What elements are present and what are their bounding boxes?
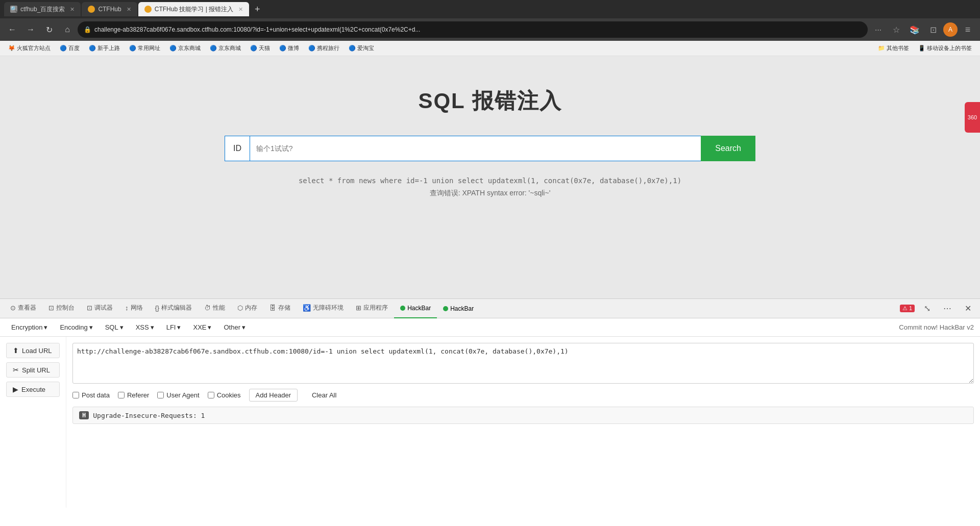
add-header-button[interactable]: Add Header (249, 389, 298, 402)
bookmark-firefox[interactable]: 🦊 火狐官方站点 (4, 43, 55, 53)
bookmark-mobile[interactable]: 📱 移动设备上的书签 (914, 43, 976, 53)
bookmark-common[interactable]: 🔵 常用网址 (125, 43, 164, 53)
tab-2-title: CTFHub (98, 6, 121, 13)
devtools-more[interactable]: ⋯ (939, 300, 955, 317)
synced-tabs-button[interactable]: ⊡ (925, 21, 941, 38)
devtools-tab-inspect[interactable]: ⊙ 查看器 (4, 299, 42, 318)
devtools-tab-perf[interactable]: ⏱ 性能 (198, 299, 231, 318)
bookmark-tmall[interactable]: 🔵 天猫 (246, 43, 274, 53)
split-url-button[interactable]: ✂ Split URL (6, 362, 60, 378)
devtools-tab-debugger[interactable]: ⊡ 调试器 (81, 299, 119, 318)
tab-2[interactable]: CTFHub ✕ (82, 2, 137, 16)
hackbar2-label: HackBar (450, 305, 474, 312)
devtools-resize[interactable]: ⤡ (919, 300, 935, 317)
devtools-tab-a11y[interactable]: ♿ 无障碍环境 (297, 299, 350, 318)
lfi-label: LFI (166, 323, 176, 331)
bookmark-jd1[interactable]: 🔵 京东商城 (165, 43, 205, 53)
load-url-button[interactable]: ⬆ Load URL (6, 343, 60, 358)
header-value: Upgrade-Insecure-Requests: 1 (93, 412, 205, 419)
id-label: ID (225, 136, 250, 161)
tab-1-title: ctfhub_百度搜索 (20, 5, 65, 14)
devtools-tab-memory[interactable]: ⬡ 内存 (231, 299, 263, 318)
url-textarea[interactable]: http://challenge-ab38287cab6f067e.sandbo… (72, 343, 974, 384)
hackbar-menu-encoding[interactable]: Encoding ▾ (55, 321, 97, 333)
tab-1-close[interactable]: ✕ (70, 6, 75, 13)
new-tab-button[interactable]: + (250, 2, 264, 16)
lock-icon: 🔒 (84, 26, 91, 33)
devtools-tab-apps[interactable]: ⊞ 应用程序 (350, 299, 394, 318)
sql-query: select * from news where id=-1 union sel… (299, 177, 681, 185)
clear-all-button[interactable]: Clear All (306, 389, 342, 401)
devtools-tab-console[interactable]: ⊡ 控制台 (42, 299, 81, 318)
home-button[interactable]: ⌂ (59, 21, 76, 38)
bookmark-taobao[interactable]: 🔵 爱淘宝 (345, 43, 378, 53)
post-data-checkbox[interactable] (72, 392, 79, 398)
tab-3-close[interactable]: ✕ (238, 6, 243, 13)
address-bar[interactable]: 🔒 challenge-ab38287cab6f067e.sandbox.ctf… (78, 21, 868, 38)
bookmark-jd2[interactable]: 🔵 京东商城 (206, 43, 245, 53)
cookies-label: Cookies (217, 391, 241, 399)
menu-button[interactable]: ≡ (960, 21, 976, 38)
hackbar-menu-xxe[interactable]: XXE ▾ (188, 321, 216, 333)
referer-checkbox[interactable] (118, 392, 125, 398)
bookmark-baidu[interactable]: 🔵 百度 (56, 43, 84, 53)
apps-icon: ⊞ (356, 304, 361, 312)
sql-label: SQL (105, 323, 118, 331)
search-form: ID Search (225, 136, 755, 161)
hackbar-toolbar: Encryption ▾ Encoding ▾ SQL ▾ XSS ▾ LFI … (0, 318, 980, 337)
devtools-close[interactable]: ✕ (960, 300, 976, 317)
hackbar2-dot (443, 306, 448, 311)
hackbar-menu-encryption[interactable]: Encryption ▾ (6, 321, 53, 333)
encryption-label: Encryption (11, 323, 42, 331)
execute-button[interactable]: ▶ Execute (6, 382, 60, 397)
load-url-label: Load URL (22, 347, 52, 355)
devtools-tab-hackbar2[interactable]: HackBar (437, 299, 480, 318)
bookmark-newuser[interactable]: 🔵 新手上路 (85, 43, 124, 53)
split-url-label: Split URL (22, 366, 50, 374)
tab-2-favicon (88, 6, 95, 13)
encryption-arrow: ▾ (44, 323, 47, 331)
console-label: 控制台 (56, 304, 75, 312)
sidebar-button[interactable]: 📚 (906, 21, 923, 38)
search-button[interactable]: Search (701, 136, 755, 161)
h-badge: H (79, 411, 89, 419)
hackbar-menu-xss[interactable]: XSS ▾ (131, 321, 159, 333)
tab-2-close[interactable]: ✕ (127, 6, 131, 13)
user-agent-checkbox[interactable] (157, 392, 164, 398)
side-badge[interactable]: 360 (965, 102, 980, 133)
error-badge: ⚠ 1 (900, 305, 915, 312)
profile-button[interactable]: A (943, 22, 958, 37)
hackbar-menu-other[interactable]: Other ▾ (218, 321, 251, 333)
cookies-checkbox[interactable] (208, 392, 214, 398)
post-data-label: Post data (82, 391, 110, 399)
extensions-button[interactable]: ⋯ (870, 21, 886, 38)
hackbar-menu-sql[interactable]: SQL ▾ (100, 321, 129, 333)
devtools-tab-network[interactable]: ↕ 网络 (119, 299, 149, 318)
devtools-tab-hackbar1[interactable]: HackBar (394, 299, 437, 318)
header-row: H Upgrade-Insecure-Requests: 1 (72, 407, 974, 424)
inspect-label: 查看器 (18, 304, 36, 312)
style-icon: {} (155, 304, 160, 312)
forward-button[interactable]: → (22, 21, 39, 38)
search-input[interactable] (250, 136, 701, 161)
reload-button[interactable]: ↻ (41, 21, 57, 38)
debugger-icon: ⊡ (87, 304, 92, 312)
tab-1[interactable]: 🔍 ctfhub_百度搜索 ✕ (4, 2, 81, 16)
hackbar-menu-lfi[interactable]: LFI ▾ (161, 321, 186, 333)
devtools-tabs: ⊙ 查看器 ⊡ 控制台 ⊡ 调试器 ↕ 网络 {} 样式编辑器 ⏱ 性能 ⬡ 内… (0, 299, 980, 318)
bookmark-other[interactable]: 📁 其他书签 (874, 43, 913, 53)
network-icon: ↕ (125, 304, 129, 312)
hackbar1-label: HackBar (407, 305, 431, 312)
hackbar-main: http://challenge-ab38287cab6f067e.sandbo… (66, 337, 980, 508)
bookmark-button[interactable]: ☆ (888, 21, 904, 38)
tab-3[interactable]: CTFHub 技能学习 | 报错注入 ✕ (138, 2, 249, 16)
bookmark-ctrip[interactable]: 🔵 携程旅行 (304, 43, 344, 53)
bookmark-weibo[interactable]: 🔵 微博 (275, 43, 303, 53)
devtools-tab-storage[interactable]: 🗄 存储 (263, 299, 297, 318)
encoding-arrow: ▾ (89, 323, 93, 331)
devtools-tab-style[interactable]: {} 样式编辑器 (149, 299, 199, 318)
cookies-group: Cookies (208, 391, 241, 399)
back-button[interactable]: ← (4, 21, 20, 38)
browser-chrome: 🔍 ctfhub_百度搜索 ✕ CTFHub ✕ CTFHub 技能学习 | 报… (0, 0, 980, 56)
xss-label: XSS (136, 323, 149, 331)
